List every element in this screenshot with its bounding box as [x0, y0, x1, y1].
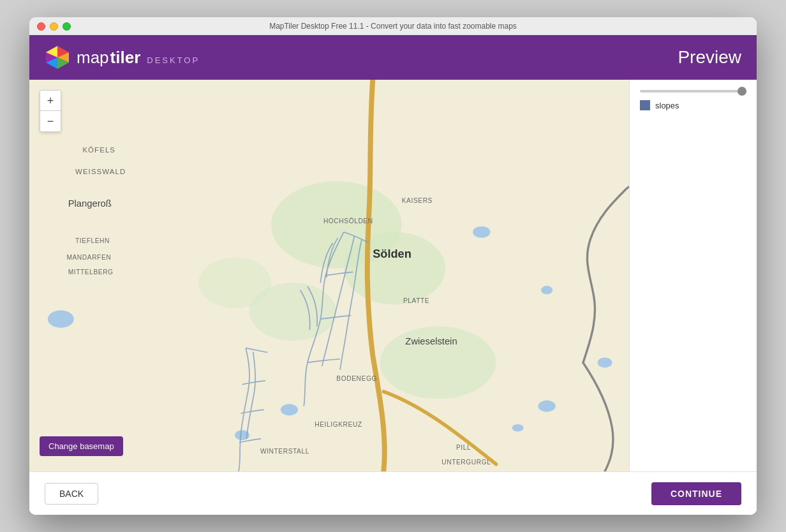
svg-text:HOCHSÖLDEN: HOCHSÖLDEN [323, 218, 373, 225]
svg-point-9 [541, 286, 552, 295]
back-button[interactable]: BACK [45, 483, 98, 505]
zoom-in-button[interactable]: + [40, 91, 61, 111]
svg-point-14 [512, 424, 524, 431]
svg-text:KÖFELS: KÖFELS [82, 146, 115, 154]
map-area[interactable]: KÖFELS WEISSWALD Plangeroß TIEFLEHN MAND… [29, 80, 629, 471]
svg-text:PILL: PILL [456, 444, 471, 451]
svg-point-11 [281, 404, 298, 415]
app-header: maptiler DESKTOP Preview [29, 35, 757, 80]
zoom-controls: + − [40, 90, 61, 132]
logo-area: maptiler DESKTOP [45, 45, 200, 70]
svg-text:MANDARFEN: MANDARFEN [66, 254, 111, 261]
svg-text:TIEFLEHN: TIEFLEHN [75, 237, 110, 244]
footer: BACK CONTINUE [29, 471, 757, 515]
logo-tiler: tiler [110, 48, 141, 68]
svg-text:MITTELBERG: MITTELBERG [68, 269, 114, 276]
svg-text:WINTERSTALL: WINTERSTALL [260, 448, 309, 455]
svg-text:KAISERS: KAISERS [402, 197, 433, 204]
svg-text:PLATTE: PLATTE [403, 297, 429, 304]
close-button[interactable] [37, 22, 45, 31]
svg-point-10 [598, 357, 612, 367]
logo-map: map [77, 48, 109, 68]
svg-text:UNTERGURGL: UNTERGURGL [441, 459, 491, 466]
legend-color-slopes [640, 100, 650, 110]
continue-button[interactable]: CONTINUE [651, 482, 741, 505]
zoom-out-button[interactable]: − [40, 111, 61, 131]
slider-thumb [738, 87, 746, 96]
svg-point-13 [538, 401, 555, 412]
svg-point-6 [198, 258, 271, 309]
map-canvas: KÖFELS WEISSWALD Plangeroß TIEFLEHN MAND… [29, 80, 629, 471]
app-window: MapTiler Desktop Free 11.1 - Convert you… [29, 17, 757, 515]
svg-text:Sölden: Sölden [373, 248, 412, 260]
svg-point-7 [48, 311, 74, 328]
titlebar: MapTiler Desktop Free 11.1 - Convert you… [29, 17, 757, 35]
maptiler-logo-icon [45, 45, 70, 70]
maximize-button[interactable] [63, 22, 71, 31]
logo-desktop-label: DESKTOP [147, 55, 200, 65]
main-content: KÖFELS WEISSWALD Plangeroß TIEFLEHN MAND… [29, 80, 757, 515]
svg-text:Zwieselstein: Zwieselstein [405, 336, 457, 346]
legend-panel: slopes [629, 80, 757, 471]
svg-point-8 [473, 226, 490, 238]
svg-text:BODENEGG: BODENEGG [336, 375, 377, 382]
svg-text:HEILIGKREUZ: HEILIGKREUZ [315, 421, 362, 428]
minimize-button[interactable] [50, 22, 58, 31]
legend-item-slopes: slopes [640, 100, 746, 110]
map-and-legend: KÖFELS WEISSWALD Plangeroß TIEFLEHN MAND… [29, 80, 757, 471]
change-basemap-button[interactable]: Change basemap [40, 436, 123, 456]
svg-text:Plangeroß: Plangeroß [68, 198, 112, 209]
window-title: MapTiler Desktop Free 11.1 - Convert you… [269, 22, 517, 31]
logo-text: maptiler DESKTOP [77, 48, 200, 68]
svg-point-3 [344, 232, 445, 305]
opacity-slider[interactable] [640, 90, 746, 92]
traffic-lights [37, 22, 71, 31]
svg-rect-1 [29, 80, 629, 471]
preview-label: Preview [678, 47, 741, 68]
legend-slider-row [640, 90, 746, 92]
svg-text:WEISSWALD: WEISSWALD [75, 168, 126, 175]
legend-label-slopes: slopes [655, 101, 679, 110]
